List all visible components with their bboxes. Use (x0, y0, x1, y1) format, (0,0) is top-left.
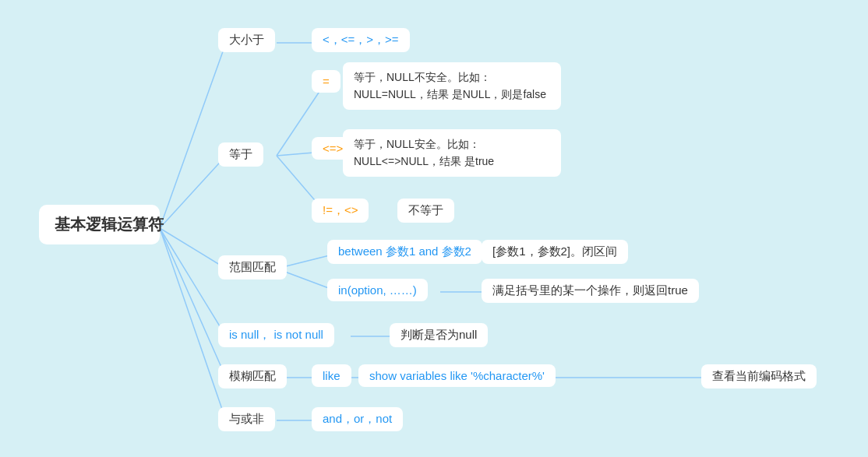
like-node: 模糊匹配 (218, 364, 287, 388)
isnull-desc-node: 判断是否为null (390, 323, 488, 347)
in-node: in(option, ……) (327, 279, 428, 301)
equal-eq-desc-node: 等于，NULL不安全。比如：NULL=NULL，结果 是NULL，则是false (343, 62, 561, 110)
svg-line-1 (160, 156, 226, 228)
svg-line-0 (160, 43, 226, 228)
between-desc-node: [参数1，参数2]。闭区间 (482, 240, 628, 264)
svg-line-5 (160, 228, 226, 420)
svg-line-3 (160, 228, 226, 336)
neq-node: !=，<> (312, 199, 369, 223)
compare-ops-node: <，<=，>，>= (312, 28, 410, 52)
svg-line-2 (160, 228, 226, 269)
range-node: 范围匹配 (218, 255, 287, 279)
neq-desc-node: 不等于 (397, 199, 454, 223)
between-node: between 参数1 and 参数2 (327, 240, 482, 264)
isnull-node: is null， is not null (218, 323, 334, 347)
svg-line-4 (160, 228, 226, 378)
compare-node: 大小于 (218, 28, 275, 52)
equal-node: 等于 (218, 142, 263, 167)
center-node: 基本逻辑运算符 (39, 205, 160, 244)
like-example-node: show variables like '%character%' (358, 364, 556, 387)
equal-eq-node: = (312, 70, 340, 93)
like-desc-node: 查看当前编码格式 (701, 364, 817, 388)
in-desc-node: 满足括号里的某一个操作，则返回true (482, 279, 699, 303)
logical-node: 与或非 (218, 407, 275, 431)
logical-ops-node: and，or，not (312, 407, 403, 431)
mind-map: 基本逻辑运算符 大小于 <，<=，>，>= 等于 = 等于，NULL不安全。比如… (0, 0, 868, 457)
like-kw-node: like (312, 364, 351, 387)
equal-safe-desc-node: 等于，NULL安全。比如：NULL<=>NULL，结果 是true (343, 129, 561, 177)
